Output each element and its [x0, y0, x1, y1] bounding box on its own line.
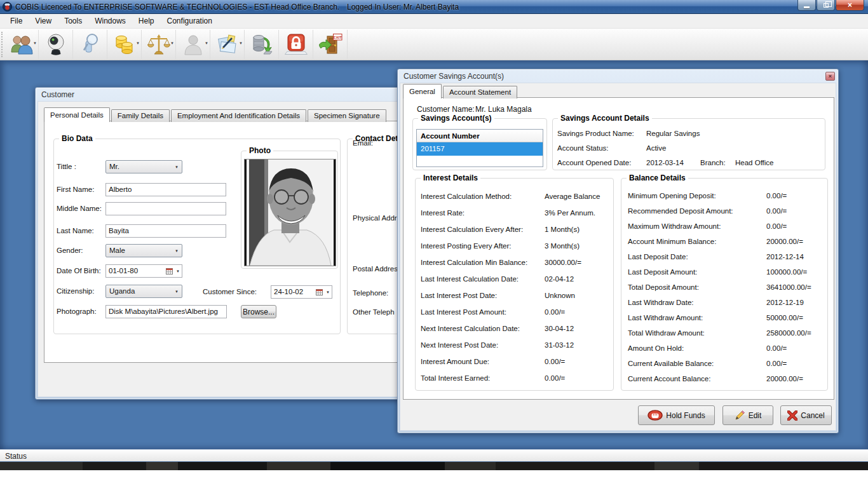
person-inactive-icon — [180, 32, 206, 57]
title-bar: COBIS Licenced To ENTERPRISE SOFTWARE & … — [0, 0, 868, 14]
status-text: Status — [5, 452, 27, 461]
account-row-selected[interactable]: 201157 — [417, 142, 543, 156]
close-icon: × — [829, 73, 832, 79]
tab-specimen-signature[interactable]: Specimen Signature — [308, 109, 386, 122]
os-taskbar-strip — [0, 461, 868, 470]
tab-general[interactable]: General — [403, 84, 442, 98]
menu-item[interactable]: Configuration — [161, 14, 219, 29]
exit-sign-label: EXIT — [333, 34, 342, 39]
search-icon — [78, 32, 103, 57]
close-icon: × — [848, 1, 852, 10]
menu-item[interactable]: Windows — [88, 14, 132, 29]
toolbar-person-button[interactable]: ▼ — [176, 30, 210, 59]
restore-button[interactable] — [817, 0, 835, 11]
toolbar-loans-button[interactable]: ▼ — [142, 30, 176, 59]
chevron-down-icon[interactable]: ▼ — [205, 41, 208, 45]
scales-icon — [146, 32, 172, 57]
database-transfer-icon — [249, 32, 275, 57]
bio-data-group: Bio Data — [53, 139, 341, 334]
close-button[interactable]: × — [836, 0, 864, 11]
webcam-icon — [43, 32, 69, 57]
toolbar-exit-button[interactable]: EXIT — [313, 30, 348, 59]
pencil-icon — [735, 410, 745, 421]
toolbar-lock-button[interactable] — [279, 30, 313, 59]
customers-icon — [9, 32, 34, 57]
menu-item[interactable]: File — [4, 14, 29, 29]
hold-hand-icon — [648, 410, 663, 421]
customer-tabstrip: Personal DetailsFamily DetailsEmployment… — [44, 107, 388, 122]
menu-bar: FileViewToolsWindowsHelpConfiguration — [0, 14, 868, 29]
toolbar-customers-button[interactable]: ▼ — [4, 30, 39, 59]
edit-button[interactable]: Edit — [722, 405, 773, 425]
menu-item[interactable]: View — [29, 14, 58, 29]
chevron-down-icon[interactable]: ▼ — [33, 41, 37, 45]
lock-icon — [283, 32, 309, 57]
savings-dialog-title: Customer Savings Account(s) — [403, 72, 504, 81]
toolbar: ▼ ▼ ▼ ▼ ▼ EXIT — [0, 29, 868, 60]
tab-personal-details[interactable]: Personal Details — [44, 107, 110, 122]
accounts-column-header[interactable]: Account Number — [417, 130, 543, 142]
hold-funds-button[interactable]: Hold Funds — [638, 405, 715, 425]
status-bar: Status — [0, 449, 868, 461]
coins-icon — [112, 32, 137, 57]
toolbar-database-button[interactable] — [245, 30, 279, 59]
tab-family-details[interactable]: Family Details — [111, 109, 170, 122]
dialog-tabstrip: GeneralAccount Statement — [403, 84, 519, 98]
window-title: COBIS Licenced To ENTERPRISE SOFTWARE & … — [15, 3, 339, 11]
dialog-close-button[interactable]: × — [825, 72, 835, 81]
accounts-list: Account Number 201157 — [416, 129, 543, 167]
minimize-icon — [804, 6, 810, 8]
chevron-down-icon[interactable]: ▼ — [170, 41, 174, 45]
savings-dialog: Customer Savings Account(s) × GeneralAcc… — [397, 69, 839, 433]
mdi-workspace: Customer Personal DetailsFamily DetailsE… — [0, 60, 868, 449]
toolbar-search-button[interactable] — [73, 30, 107, 59]
tab-account-statement[interactable]: Account Statement — [443, 86, 517, 98]
chevron-down-icon[interactable]: ▼ — [239, 41, 243, 45]
logged-in-user: Logged In User: Mr. Albert Bayita — [347, 3, 459, 11]
cancel-button[interactable]: Cancel — [780, 405, 832, 425]
tab-employment-details[interactable]: Employment And Identification Details — [171, 109, 306, 122]
customer-window-title: Customer — [41, 90, 74, 99]
cancel-x-icon — [787, 410, 797, 421]
documents-icon — [215, 32, 240, 57]
bio-data-group-title: Bio Data — [59, 134, 95, 143]
toolbar-reports-button[interactable]: ▼ — [210, 30, 245, 59]
exit-icon: EXIT — [318, 32, 343, 57]
app-icon — [3, 2, 12, 13]
browse-button[interactable]: Browse... — [241, 305, 276, 318]
toolbar-webcam-button[interactable] — [39, 30, 73, 59]
menu-item[interactable]: Help — [132, 14, 161, 29]
chevron-down-icon[interactable]: ▼ — [136, 41, 140, 45]
toolbar-accounts-button[interactable]: ▼ — [107, 30, 142, 59]
minimize-button[interactable] — [797, 0, 816, 11]
restore-icon — [824, 3, 829, 8]
application-window: COBIS Licenced To ENTERPRISE SOFTWARE & … — [0, 0, 868, 488]
menu-item[interactable]: Tools — [58, 14, 88, 29]
